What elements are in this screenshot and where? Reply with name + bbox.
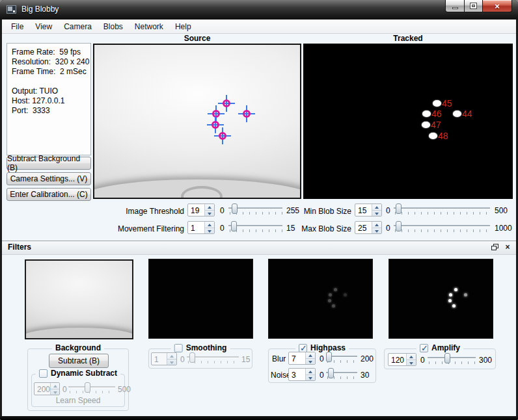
dynamic-subtract-checkbox[interactable] — [39, 369, 48, 378]
spin-down-icon[interactable] — [205, 210, 214, 217]
image-threshold-label: Image Threshold — [91, 207, 184, 216]
blur-spinbox[interactable]: 7 — [288, 352, 316, 365]
spin-up-icon[interactable] — [372, 222, 381, 228]
amplify-preview[interactable] — [388, 259, 493, 339]
background-preview[interactable] — [25, 259, 133, 339]
spin-up-icon[interactable] — [205, 204, 214, 210]
spin-down-icon[interactable] — [51, 389, 59, 395]
movement-filtering-spinbox[interactable]: 1 — [187, 221, 215, 234]
noise-max: 30 — [361, 371, 369, 380]
menu-item-blobs[interactable]: Blobs — [98, 20, 129, 33]
spin-buttons — [204, 222, 214, 233]
dock-float-button[interactable] — [489, 242, 500, 252]
spin-down-icon[interactable] — [167, 359, 176, 365]
spin-down-icon[interactable] — [372, 228, 381, 234]
menu-item-network[interactable]: Network — [129, 20, 169, 33]
spin-buttons — [372, 204, 381, 216]
float-icon — [491, 244, 498, 250]
highpass-title-label: Highpass — [310, 343, 346, 352]
spin-down-icon[interactable] — [407, 360, 416, 366]
subtract-background-button[interactable]: Subtract Background (B) — [7, 157, 91, 170]
crosshair-marker — [238, 105, 255, 122]
crosshair-ring-icon — [219, 132, 226, 140]
blur-slider[interactable] — [325, 352, 358, 365]
amplify-slider[interactable] — [427, 353, 476, 366]
spin-up-icon[interactable] — [372, 204, 381, 210]
dynamic-subtract-title: Dynamic Subtract — [36, 369, 120, 378]
menu-item-camera[interactable]: Camera — [58, 20, 98, 33]
movement-filtering-slider[interactable] — [228, 221, 283, 234]
smoothing-preview[interactable] — [148, 259, 253, 339]
min-blob-size-spinbox[interactable]: 15 — [355, 203, 382, 217]
menu-item-file[interactable]: File — [5, 20, 29, 33]
slider-handle[interactable] — [232, 203, 238, 214]
min-blob-size-slider[interactable] — [393, 203, 491, 217]
tracked-video[interactable]: 4546444748 — [303, 44, 513, 199]
spin-up-icon[interactable] — [407, 354, 416, 360]
max-blob-size-slider[interactable] — [393, 221, 491, 234]
slider-handle[interactable] — [231, 221, 237, 231]
noise-spinbox[interactable]: 3 — [288, 368, 316, 381]
highpass-checkbox[interactable] — [299, 344, 307, 352]
enter-calibration-button[interactable]: Enter Calibration... (C) — [7, 188, 91, 201]
slider-handle[interactable] — [396, 203, 402, 214]
spin-down-icon[interactable] — [372, 210, 381, 217]
learn-speed-label: Learn Speed — [31, 396, 125, 405]
menu-item-view[interactable]: View — [29, 20, 58, 33]
slider-handle[interactable] — [85, 382, 90, 393]
camera-settings-button[interactable]: Camera Settings... (V) — [7, 172, 91, 185]
smoothing-spinbox[interactable]: 1 — [151, 352, 177, 365]
spin-value: 1 — [188, 222, 204, 233]
learn-speed-spinbox[interactable]: 200 — [34, 382, 60, 395]
max-blob-size-spinbox[interactable]: 25 — [355, 221, 382, 234]
blur-max: 200 — [361, 354, 374, 363]
spin-down-icon[interactable] — [205, 228, 214, 234]
spin-up-icon[interactable] — [205, 222, 214, 228]
image-threshold-spinbox[interactable]: 19 — [187, 203, 215, 217]
learn-speed-slider[interactable] — [68, 382, 116, 395]
smoothing-checkbox[interactable] — [174, 344, 183, 352]
spin-value: 120 — [388, 354, 406, 365]
spin-up-icon[interactable] — [51, 383, 59, 389]
preview-dot — [464, 293, 467, 296]
preview-dot — [449, 293, 452, 296]
spin-buttons — [204, 204, 214, 216]
slider-handle[interactable] — [396, 221, 402, 231]
blob-id-label: 47 — [431, 120, 441, 129]
spin-value: 19 — [188, 204, 204, 216]
menu-item-help[interactable]: Help — [169, 20, 197, 33]
image-threshold-min: 0 — [220, 206, 225, 215]
image-threshold-slider[interactable] — [228, 203, 283, 217]
filters-dock-title: Filters — [8, 243, 31, 252]
slider-handle[interactable] — [189, 352, 195, 363]
preview-dot — [344, 293, 347, 296]
smoothing-slider[interactable] — [186, 352, 239, 365]
minimize-button[interactable] — [445, 0, 465, 12]
spin-down-icon[interactable] — [306, 374, 315, 381]
spin-up-icon[interactable] — [306, 369, 315, 374]
dock-close-button[interactable]: × — [502, 242, 513, 252]
blob-id-label: 45 — [442, 99, 452, 108]
background-group-title: Background — [52, 343, 104, 352]
source-video[interactable] — [93, 44, 301, 199]
amplify-group-title: Amplify — [416, 343, 463, 352]
spin-down-icon[interactable] — [306, 358, 315, 365]
highpass-preview[interactable] — [268, 259, 373, 339]
close-button[interactable]: × — [483, 0, 512, 12]
amplify-checkbox[interactable] — [420, 344, 428, 352]
title-bar[interactable]: Big Blobby × — [0, 0, 518, 20]
subtract-button[interactable]: Subtract (B) — [49, 354, 109, 368]
camera-settings-label: Camera Settings... (V) — [10, 174, 88, 183]
noise-slider[interactable] — [325, 368, 358, 381]
maximize-icon — [470, 3, 476, 8]
maximize-button[interactable] — [465, 0, 483, 12]
amplify-spinbox[interactable]: 120 — [388, 353, 416, 366]
status-line: Port: 3333 — [12, 106, 89, 116]
spin-up-icon[interactable] — [306, 352, 315, 358]
slider-ticks — [395, 212, 490, 215]
filters-dock-titlebar[interactable] — [2, 241, 516, 255]
slider-handle[interactable] — [444, 353, 450, 363]
slider-handle[interactable] — [328, 368, 334, 378]
slider-handle[interactable] — [326, 352, 332, 362]
spin-up-icon[interactable] — [167, 353, 176, 359]
